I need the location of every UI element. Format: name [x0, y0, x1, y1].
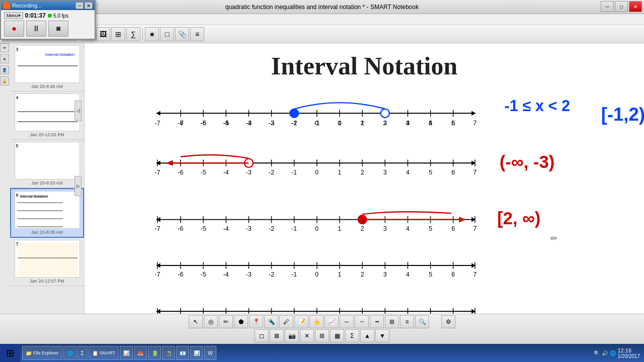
attachment-button[interactable]: 📎 [175, 27, 189, 41]
svg-marker-170 [156, 309, 160, 314]
smart-content-button[interactable]: ★ [145, 27, 159, 41]
main-canvas[interactable]: Interval Notation [85, 43, 644, 314]
math-button[interactable]: ∑ [126, 27, 140, 41]
recording-time: 0:01:37 [25, 12, 46, 19]
taskbar-outlook[interactable]: 📧 [176, 346, 189, 360]
recording-buttons: ● ⏸ ■ [4, 21, 92, 37]
svg-text:-4: -4 [223, 271, 229, 278]
minimize-btn[interactable]: ─ [75, 2, 84, 9]
settings-btn[interactable]: ⚙ [441, 315, 455, 328]
zoom-tool[interactable]: 🔍 [415, 315, 429, 328]
taskbar-explorer[interactable]: 📁 File Explorer [22, 346, 62, 360]
pause-button[interactable]: ⏸ [26, 21, 46, 37]
svg-text:-2: -2 [269, 271, 274, 278]
taskbar-desmos[interactable]: 📊 [120, 346, 133, 360]
taskbar-smart[interactable]: 📋 SMART [89, 346, 119, 360]
svg-text:4: 4 [406, 271, 410, 278]
svg-text:3: 3 [383, 225, 387, 232]
svg-text:5: 5 [429, 271, 432, 278]
svg-text:-1: -1 [291, 225, 297, 232]
ie-icon: 🌐 [67, 350, 73, 356]
taskbar-excel[interactable]: 📗 [148, 346, 161, 360]
line-style-2[interactable]: ╌ [355, 315, 369, 328]
svg-text:6: 6 [451, 120, 455, 127]
record-button[interactable]: ● [4, 21, 24, 37]
gallery-button[interactable]: □ [160, 27, 174, 41]
highlighter-tool[interactable]: 🖊 [279, 315, 293, 328]
fill-tool[interactable]: 🔦 [264, 315, 278, 328]
taskbar-onenote[interactable]: 📓 [162, 346, 175, 360]
menu-button[interactable]: Menu▾ [4, 12, 23, 19]
slide-item-3[interactable]: 3 Interval Notation Jan 20-8:48 AM [10, 43, 84, 92]
svg-text:1: 1 [338, 271, 342, 278]
select-tool[interactable]: ↖ [189, 315, 203, 328]
svg-text:-7: -7 [154, 225, 160, 232]
slide-tool-3[interactable]: 👤 [0, 65, 9, 74]
svg-text:4: 4 [406, 225, 410, 232]
taskbar-firefox[interactable]: 🦊 [134, 346, 147, 360]
svg-text:7: 7 [473, 225, 477, 232]
list-tool[interactable]: ≡ [400, 315, 414, 328]
taskbar-powerpoint[interactable]: 📊 [190, 346, 203, 360]
line-style-3[interactable]: ╍ [370, 315, 384, 328]
slide-date-6: Jan 20-8:05 AM [13, 230, 81, 235]
close-btn[interactable]: ✕ [85, 2, 93, 9]
svg-text:5: 5 [429, 169, 432, 176]
svg-marker-99 [156, 217, 160, 222]
shape-tool[interactable]: ⬟ [234, 315, 248, 328]
insert-image-button[interactable]: 🖼 [96, 27, 110, 41]
pen-tool[interactable]: ✏ [219, 315, 233, 328]
slide-item-5[interactable]: 5 Jan 20-8:53 AM [10, 140, 84, 188]
app-restore[interactable]: □ [615, 1, 628, 12]
close-tool[interactable]: ✕ [300, 329, 314, 342]
svg-text:Interval Notation: Interval Notation [45, 52, 74, 57]
grid-tool[interactable]: ⊞ [385, 315, 399, 328]
slide-item-6[interactable]: 6 Interval Notation Jan 20-8:05 AM [10, 188, 84, 238]
scroll-down[interactable]: ▼ [375, 329, 389, 342]
line-style-1[interactable]: ─ [340, 315, 354, 328]
more-tool-2[interactable]: Σ [345, 329, 359, 342]
app-close[interactable]: ✕ [629, 1, 642, 12]
pointer-tool[interactable]: 👆 [309, 315, 324, 328]
scroll-up[interactable]: ▲ [360, 329, 374, 342]
svg-text:-2: -2 [269, 225, 274, 232]
svg-text:-6: -6 [178, 225, 183, 232]
taskbar-word[interactable]: W [204, 346, 216, 360]
stop-button[interactable]: ■ [48, 21, 68, 37]
svg-text:1: 1 [338, 169, 342, 176]
app-title: quadratic function inequalities and inte… [225, 4, 419, 11]
slide-preview-7 [15, 240, 80, 278]
graph-tool[interactable]: 📈 [325, 315, 339, 328]
svg-text:2: 2 [361, 271, 364, 278]
marker-tool[interactable]: 📝 [294, 315, 308, 328]
svg-text:-3: -3 [246, 271, 252, 278]
slide-item-7[interactable]: 7 Jan 20-12:07 PM [10, 238, 84, 286]
insert-table-button[interactable]: ⊞ [111, 27, 125, 41]
page-sorter-button[interactable]: ≡ [190, 27, 204, 41]
slide-tool-4[interactable]: 🔒 [0, 76, 9, 85]
tray-icon-2: 🔊 [602, 350, 608, 356]
powerpoint-icon: 📊 [194, 350, 200, 356]
start-button[interactable]: ⊞ [0, 344, 20, 362]
sidebar-collapse-bottom[interactable]: ▷ [74, 176, 82, 196]
bottom-toolbar: ↖ ◎ ✏ ⬟ 📍 🔦 🖊 📝 👆 📈 ─ ╌ ╍ ⊞ ≡ 🔍 ⚙ ◻ ⊠ 📷 … [0, 314, 644, 344]
app-minimize[interactable]: ─ [601, 1, 614, 12]
taskbar-ie[interactable]: 🌐 [63, 346, 76, 360]
screen-tool-1[interactable]: ◻ [255, 329, 269, 342]
slide-tool-2[interactable]: A [0, 54, 9, 63]
more-tool-1[interactable]: ▦ [330, 329, 344, 342]
line-tool[interactable]: 📍 [249, 315, 263, 328]
camera-tool[interactable]: 📷 [285, 329, 299, 342]
smart-icon: 📋 [92, 350, 98, 356]
svg-text:✏: ✏ [550, 233, 557, 243]
screen-tool-2[interactable]: ⊠ [270, 329, 284, 342]
sidebar-collapse-top[interactable]: ◁ [74, 101, 82, 121]
slide-preview-3: Interval Notation [15, 46, 80, 83]
svg-rect-9 [18, 243, 78, 276]
slide-tool-1[interactable]: ✏ [0, 43, 9, 52]
taskbar-sumatra[interactable]: Σ [77, 346, 88, 360]
svg-text:Interval Notation: Interval Notation [271, 52, 458, 80]
eraser-tool[interactable]: ◎ [204, 315, 218, 328]
slide-item-4[interactable]: 4 Jan 20-12:03 PM [10, 92, 84, 140]
table-insert-tool[interactable]: ⊞ [315, 329, 329, 342]
